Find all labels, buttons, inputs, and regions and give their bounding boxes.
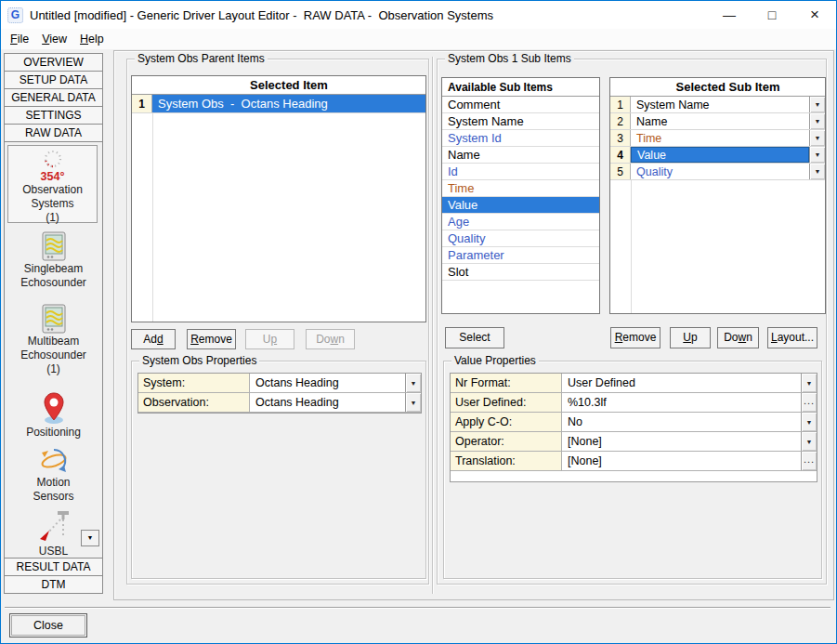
chevron-down-icon: ▼ xyxy=(815,118,821,125)
sub-item-dropdown[interactable]: System Name xyxy=(631,97,809,112)
sub-item-dropdown[interactable]: Quality xyxy=(631,164,809,179)
table-row[interactable]: 2 Name ▼ xyxy=(610,113,825,130)
ellipsis-button[interactable]: ... xyxy=(801,452,817,470)
list-item[interactable]: Comment xyxy=(442,97,599,113)
titlebar: G Untitled [modified] - Generic Driver L… xyxy=(1,1,836,29)
list-item[interactable]: Quality xyxy=(442,230,599,247)
system-dropdown[interactable]: Octans Heading xyxy=(250,374,405,392)
observation-dropdown[interactable]: Octans Heading xyxy=(250,393,405,412)
rotation-icon xyxy=(37,447,71,475)
user-defined-field[interactable]: %10.3lf xyxy=(562,393,801,412)
table-row[interactable]: 1 System Name ▼ xyxy=(610,97,825,113)
translation-field[interactable]: [None] xyxy=(562,452,801,470)
nr-format-dropdown[interactable]: User Defined xyxy=(562,374,801,392)
close-window-button[interactable]: × xyxy=(793,1,836,29)
sidebar-scroll-down-button[interactable]: ▼ xyxy=(81,530,99,546)
maximize-button[interactable]: □ xyxy=(751,1,793,29)
client-area: OVERVIEW SETUP DATA GENERAL DATA SETTING… xyxy=(1,49,836,643)
dropdown-button[interactable]: ▼ xyxy=(801,432,817,451)
sidebar-item-multibeam-echosounder[interactable]: Multibeam Echosounder (1) xyxy=(6,304,101,389)
menu-help[interactable]: Help xyxy=(73,31,111,47)
dropdown-button[interactable]: ▼ xyxy=(809,164,825,179)
menu-file[interactable]: File xyxy=(4,31,35,47)
select-button[interactable]: Select xyxy=(445,327,504,348)
down-sub-button[interactable]: Down xyxy=(717,327,759,348)
list-item[interactable]: Id xyxy=(442,164,599,180)
list-item[interactable]: Age xyxy=(442,214,599,230)
sidebar-tab-settings[interactable]: SETTINGS xyxy=(4,106,103,125)
dropdown-button[interactable]: ▼ xyxy=(405,393,421,412)
sidebar-tab-result-data[interactable]: RESULT DATA xyxy=(4,558,103,576)
parent-items-table-header: Selected Item xyxy=(132,76,425,95)
sidebar-item-motion-sensors[interactable]: Motion Sensors xyxy=(6,447,101,510)
window-controls: — □ × xyxy=(708,1,836,29)
dropdown-button[interactable]: ▼ xyxy=(801,374,817,392)
dropdown-button[interactable]: ▼ xyxy=(809,130,825,146)
property-label: Translation: xyxy=(451,452,562,470)
row-number: 1 xyxy=(610,97,631,112)
parent-item-value: System Obs - Octans Heading xyxy=(152,95,425,112)
dropdown-button[interactable]: ▼ xyxy=(801,413,817,431)
sub-item-dropdown[interactable]: Value xyxy=(631,147,809,163)
sidebar-tab-setup-data[interactable]: SETUP DATA xyxy=(4,71,103,89)
dropdown-button[interactable]: ▼ xyxy=(809,97,825,112)
sidebar-tab-dtm[interactable]: DTM xyxy=(4,575,103,594)
sidebar-tab-general-data[interactable]: GENERAL DATA xyxy=(4,88,103,107)
remove-sub-button[interactable]: Remove xyxy=(610,327,660,348)
sidebar-item-observation-systems[interactable]: 354° Observation Systems (1) xyxy=(7,145,98,223)
echosounder-icon xyxy=(42,231,66,261)
sidebar-item-positioning[interactable]: Positioning xyxy=(6,391,101,443)
up-button[interactable]: Up xyxy=(245,329,294,349)
chevron-down-icon: ▼ xyxy=(411,380,417,387)
layout-button[interactable]: Layout... xyxy=(767,327,817,348)
sub-item-dropdown[interactable]: Time xyxy=(631,130,809,146)
close-button[interactable]: Close xyxy=(9,613,87,637)
apply-co-dropdown[interactable]: No xyxy=(562,413,801,431)
list-item[interactable]: Time xyxy=(442,180,599,197)
property-label: Apply C-O: xyxy=(451,413,562,431)
app-icon: G xyxy=(7,7,23,23)
chevron-down-icon: ▼ xyxy=(806,380,813,387)
table-row-selected[interactable]: 4 Value ▼ xyxy=(610,147,825,164)
remove-button[interactable]: Remove xyxy=(187,329,236,349)
group-value-properties: Value Properties Nr Format: User Defined… xyxy=(443,361,822,579)
list-item[interactable]: Slot xyxy=(442,264,599,281)
chevron-down-icon: ▼ xyxy=(411,400,417,406)
ellipsis-icon: ... xyxy=(804,395,815,406)
table-row[interactable]: 1 System Obs - Octans Heading xyxy=(132,95,425,113)
dropdown-button[interactable]: ▼ xyxy=(809,113,825,129)
table-row[interactable]: 3 Time ▼ xyxy=(610,130,825,147)
value-properties-table: Nr Format: User Defined ▼ User Defined: … xyxy=(450,373,817,482)
table-row[interactable]: 5 Quality ▼ xyxy=(610,164,825,180)
property-row: Translation: [None] ... xyxy=(451,452,817,471)
property-label: Observation: xyxy=(138,393,250,412)
list-item[interactable]: System Id xyxy=(442,130,599,147)
dropdown-button[interactable]: ▼ xyxy=(809,147,825,163)
property-row: Nr Format: User Defined ▼ xyxy=(451,374,817,393)
compass-dots-icon xyxy=(41,149,65,169)
chevron-down-icon: ▼ xyxy=(806,439,813,445)
list-item[interactable]: System Name xyxy=(442,113,599,130)
sidebar-tab-raw-data[interactable]: RAW DATA xyxy=(4,124,103,142)
list-item[interactable]: Parameter xyxy=(442,247,599,264)
row-number: 5 xyxy=(610,164,631,179)
up-sub-button[interactable]: Up xyxy=(670,327,711,348)
sub-item-dropdown[interactable]: Name xyxy=(631,113,809,129)
minimize-button[interactable]: — xyxy=(708,1,751,29)
maximize-icon: □ xyxy=(768,7,776,22)
operator-dropdown[interactable]: [None] xyxy=(562,432,801,451)
property-label: User Defined: xyxy=(451,393,562,412)
available-sub-items-header: Available Sub Items xyxy=(442,78,599,97)
list-item[interactable]: Name xyxy=(442,147,599,164)
sidebar-item-singlebeam-echosounder[interactable]: Singlebeam Echosounder xyxy=(6,231,101,302)
ellipsis-button[interactable]: ... xyxy=(801,393,817,412)
menu-view[interactable]: View xyxy=(35,31,73,47)
list-item-selected[interactable]: Value xyxy=(442,197,599,214)
add-button[interactable]: Add xyxy=(131,329,176,349)
row-number: 2 xyxy=(610,113,631,129)
group-parent-items: System Obs Parent Items Selected Item 1 … xyxy=(126,59,429,585)
property-label: Operator: xyxy=(451,432,562,451)
dropdown-button[interactable]: ▼ xyxy=(405,374,421,392)
sidebar-tab-overview[interactable]: OVERVIEW xyxy=(4,53,103,72)
down-button[interactable]: Down xyxy=(306,329,355,349)
